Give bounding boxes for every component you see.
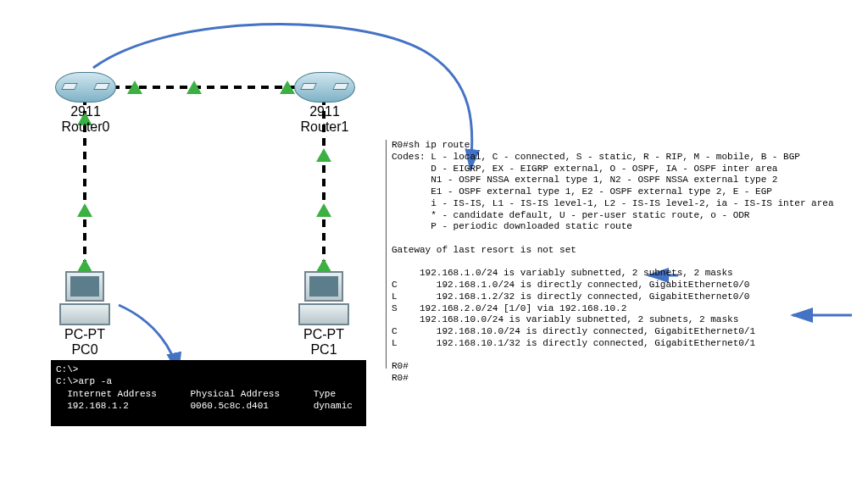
router1-model: 2911 [309, 104, 340, 119]
pc0-type: PC-PT [64, 327, 105, 341]
pc1-icon: PC-PT PC1 [297, 271, 351, 357]
term-header: Internet Address Physical Address Type [56, 388, 361, 400]
term-prompt: C:\> [56, 363, 361, 375]
router0-icon: 2911 Router0 [55, 72, 116, 134]
router0-model: 2911 [70, 104, 101, 119]
route-cli: R0#sh ip route Codes: L - local, C - con… [386, 140, 849, 369]
term-cmd: C:\>arp -a [56, 375, 361, 387]
router0-name: Router0 [62, 119, 110, 134]
term-row: 192.168.1.2 0060.5c8c.d401 dynamic [56, 400, 361, 412]
pc0-name: PC0 [71, 342, 97, 357]
router1-icon: 2911 Router1 [294, 72, 355, 134]
pc0-icon: PC-PT PC0 [58, 271, 112, 357]
arp-terminal: C:\> C:\>arp -a Internet Address Physica… [51, 360, 366, 426]
pc1-name: PC1 [310, 342, 337, 357]
pc1-type: PC-PT [303, 327, 344, 341]
router1-name: Router1 [301, 119, 349, 134]
